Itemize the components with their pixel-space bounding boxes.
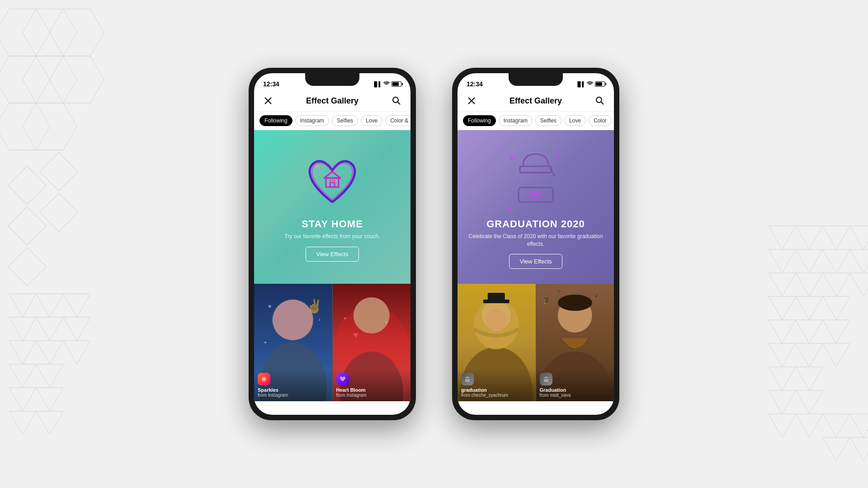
tab-selfies-left[interactable]: Selfies (332, 115, 358, 126)
svg-point-112 (557, 295, 592, 311)
notch-right (509, 73, 563, 86)
effect-info-graduation2: Graduation from matt_vava (536, 369, 614, 401)
notch-left (305, 73, 359, 86)
svg-point-96 (552, 174, 555, 177)
tab-color-left[interactable]: Color & (385, 115, 410, 126)
svg-point-80 (263, 378, 265, 380)
effect-grid-left: ✌ Sparkles from Instagram (254, 284, 410, 401)
svg-text:♥: ♥ (384, 319, 388, 326)
svg-point-61 (393, 97, 398, 103)
tab-instagram-left[interactable]: Instagram (295, 115, 329, 126)
tab-instagram-right[interactable]: Instagram (499, 115, 533, 126)
app-header-right: Effect Gallery (458, 91, 614, 112)
status-time-right: 12:34 (467, 80, 483, 88)
effect-name-grad2: Graduation (540, 387, 611, 393)
svg-point-77 (319, 319, 321, 321)
tab-love-right[interactable]: Love (564, 115, 586, 126)
close-button-right[interactable] (465, 94, 478, 108)
filter-tabs-left: Following Instagram Selfies Love Color & (254, 112, 410, 130)
app-header-left: Effect Gallery (254, 91, 410, 112)
effect-item-graduation2[interactable]: 🎓 🎓 🎓 Graduation from matt_vava (536, 284, 614, 401)
hero-stay-home: STAY HOME Try our favorite effects from … (254, 130, 410, 284)
svg-line-62 (398, 102, 400, 104)
effect-badge-sparkles (258, 373, 270, 385)
filter-tabs-right: Following Instagram Selfies Love Color (458, 112, 614, 130)
svg-point-84 (353, 297, 389, 333)
svg-rect-94 (520, 166, 552, 173)
svg-point-67 (331, 180, 333, 182)
header-title-right: Effect Gallery (509, 96, 562, 106)
svg-point-90 (596, 97, 602, 103)
svg-text:✦: ✦ (509, 155, 514, 162)
battery-icon-left (392, 81, 401, 87)
stay-home-icon (303, 152, 362, 211)
effect-badge-heartbloom (336, 373, 349, 385)
effect-creator-grad2: from matt_vava (540, 393, 611, 398)
wifi-icon-right (587, 81, 593, 88)
hero-graduation: ✦ ✦ (458, 130, 614, 284)
phone-right: 12:34 ▐▌▌ Effect Gallery (452, 68, 619, 420)
svg-marker-107 (465, 376, 470, 378)
svg-marker-117 (543, 376, 549, 378)
svg-point-76 (269, 305, 271, 308)
svg-point-78 (264, 342, 266, 343)
svg-rect-106 (465, 379, 470, 382)
battery-icon-right (595, 81, 605, 87)
svg-text:✦: ✦ (556, 151, 561, 158)
view-effects-btn-left[interactable]: View Effects (306, 247, 359, 262)
view-effects-btn-right[interactable]: View Effects (509, 254, 562, 269)
graduation-icon: ✦ ✦ (502, 145, 570, 213)
header-title-left: Effect Gallery (306, 96, 359, 106)
effect-creator-sparkles: from Instagram (258, 393, 329, 398)
svg-point-69 (347, 163, 349, 164)
tab-following-left[interactable]: Following (259, 115, 292, 126)
effect-item-sparkles[interactable]: ✌ Sparkles from Instagram (254, 284, 332, 401)
tab-love-left[interactable]: Love (361, 115, 382, 126)
svg-marker-63 (324, 172, 340, 178)
svg-rect-116 (544, 379, 548, 382)
svg-point-105 (486, 308, 506, 332)
signal-icon-left: ▐▌▌ (373, 81, 382, 87)
effect-item-heartbloom[interactable]: ♥ ♥ ♥ Heart Bloom from Instagram (332, 284, 411, 401)
effect-info-sparkles: Sparkles from Instagram (254, 369, 332, 401)
phone-right-screen: 12:34 ▐▌▌ Effect Gallery (458, 73, 614, 415)
effect-grid-right: graduation from cheche_syachrum (458, 284, 614, 401)
phone-left-screen: 12:34 ▐▌▌ Effect Gallery (254, 73, 410, 415)
graduation-subtitle: Celebrate the Class of 2020 with our fav… (465, 233, 607, 248)
effect-item-graduation1[interactable]: graduation from cheche_syachrum (458, 284, 536, 401)
wifi-icon-left (383, 81, 390, 88)
effect-creator-grad1: from cheche_syachrum (461, 393, 532, 398)
status-icons-left: ▐▌▌ (373, 81, 401, 88)
effect-badge-grad2 (540, 373, 552, 385)
effect-name-sparkles: Sparkles (258, 387, 329, 393)
close-button-left[interactable] (261, 94, 275, 108)
tab-following-right[interactable]: Following (463, 115, 496, 126)
tab-color-right[interactable]: Color (589, 115, 612, 126)
search-button-right[interactable] (593, 94, 607, 108)
graduation-title: GRADUATION 2020 (486, 218, 585, 230)
svg-text:♥: ♥ (353, 330, 358, 340)
svg-text:🎓: 🎓 (556, 289, 561, 294)
effect-name-grad1: graduation (461, 387, 532, 393)
svg-line-91 (601, 102, 604, 104)
signal-icon-right: ▐▌▌ (576, 81, 585, 87)
effect-info-graduation1: graduation from cheche_syachrum (458, 369, 536, 401)
svg-text:✦: ✦ (509, 206, 512, 211)
stay-home-title: STAY HOME (302, 218, 363, 230)
search-button-left[interactable] (390, 94, 403, 108)
effect-badge-grad1 (461, 373, 474, 385)
main-content: 12:34 ▐▌▌ Effect Gallery (0, 0, 868, 488)
stay-home-subtitle: Try our favorite effects from your couch… (284, 233, 380, 240)
effect-info-heartbloom: Heart Bloom from Instagram (333, 369, 411, 401)
svg-text:✌: ✌ (306, 298, 323, 314)
status-time-left: 12:34 (263, 80, 279, 88)
svg-text:♥: ♥ (344, 316, 346, 321)
svg-rect-104 (488, 293, 505, 301)
effect-name-heartbloom: Heart Bloom (336, 387, 407, 393)
effect-creator-heartbloom: from Instagram (336, 393, 407, 398)
tab-selfies-right[interactable]: Selfies (535, 115, 561, 126)
status-icons-right: ▐▌▌ (576, 81, 605, 88)
phone-left: 12:34 ▐▌▌ Effect Gallery (249, 68, 416, 420)
